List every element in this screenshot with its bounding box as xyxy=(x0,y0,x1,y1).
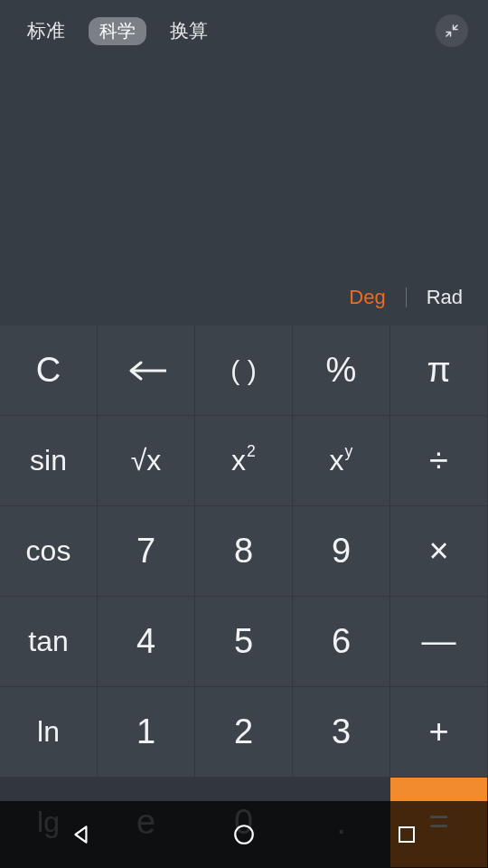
square-button[interactable]: x2 xyxy=(195,416,293,506)
sqrt-button[interactable]: √x xyxy=(98,416,195,506)
multiply-button[interactable]: × xyxy=(390,506,488,597)
triangle-back-icon xyxy=(70,823,93,846)
collapse-icon xyxy=(444,23,460,39)
svg-point-1 xyxy=(235,826,253,844)
angle-separator xyxy=(406,288,407,307)
five-button[interactable]: 5 xyxy=(195,597,293,687)
angle-mode: Deg Rad xyxy=(349,286,463,309)
angle-deg[interactable]: Deg xyxy=(349,286,385,309)
minus-button[interactable]: — xyxy=(390,597,488,687)
power-exp: y xyxy=(345,442,353,461)
tab-scientific[interactable]: 科学 xyxy=(89,17,146,45)
backspace-icon xyxy=(127,360,166,382)
six-button[interactable]: 6 xyxy=(293,597,390,687)
ln-button[interactable]: ln xyxy=(0,687,98,778)
nine-button[interactable]: 9 xyxy=(293,506,390,597)
system-navbar xyxy=(0,801,488,868)
keypad: C ( ) % π sin √x x2 xy ÷ cos 7 8 9 × tan… xyxy=(0,326,488,868)
power-base: x xyxy=(330,444,344,477)
parentheses-button[interactable]: ( ) xyxy=(195,326,293,416)
tab-convert[interactable]: 换算 xyxy=(163,15,215,46)
pi-button[interactable]: π xyxy=(390,326,488,416)
nav-home[interactable] xyxy=(230,821,258,848)
square-exp: 2 xyxy=(247,442,256,461)
tan-button[interactable]: tan xyxy=(0,597,98,687)
square-base: x xyxy=(231,444,246,477)
collapse-button[interactable] xyxy=(436,14,468,47)
eight-button[interactable]: 8 xyxy=(195,506,293,597)
seven-button[interactable]: 7 xyxy=(98,506,195,597)
three-button[interactable]: 3 xyxy=(293,687,390,778)
divide-button[interactable]: ÷ xyxy=(390,416,488,506)
angle-rad[interactable]: Rad xyxy=(427,286,463,309)
nav-recent[interactable] xyxy=(393,821,420,848)
sin-button[interactable]: sin xyxy=(0,416,98,506)
nav-back[interactable] xyxy=(68,821,95,848)
square-recent-icon xyxy=(396,824,418,845)
power-button[interactable]: xy xyxy=(293,416,390,506)
percent-button[interactable]: % xyxy=(293,326,390,416)
circle-home-icon xyxy=(232,823,256,846)
svg-rect-2 xyxy=(399,827,414,842)
tab-standard[interactable]: 标准 xyxy=(20,15,72,46)
display-area: Deg Rad xyxy=(0,61,488,326)
cos-button[interactable]: cos xyxy=(0,506,98,597)
one-button[interactable]: 1 xyxy=(98,687,195,778)
backspace-button[interactable] xyxy=(98,326,195,416)
four-button[interactable]: 4 xyxy=(98,597,195,687)
clear-button[interactable]: C xyxy=(0,326,98,416)
mode-tabs: 标准 科学 换算 xyxy=(0,0,488,61)
plus-button[interactable]: + xyxy=(390,687,488,778)
two-button[interactable]: 2 xyxy=(195,687,293,778)
